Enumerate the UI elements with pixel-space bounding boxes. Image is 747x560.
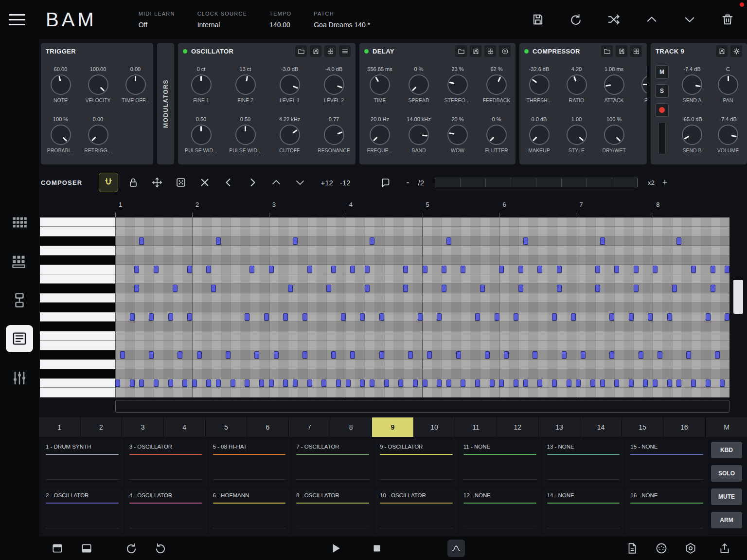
knob-send-a[interactable]: -7.4 dB SEND A [674, 66, 710, 103]
midi-note[interactable] [274, 351, 279, 359]
midi-note[interactable] [499, 266, 504, 273]
track-tab-6[interactable]: 6 [247, 417, 289, 437]
length-minus-button[interactable]: - [407, 178, 409, 188]
midi-note[interactable] [590, 379, 595, 387]
knob-dial[interactable] [567, 74, 587, 95]
midi-note[interactable] [350, 351, 355, 359]
midi-note[interactable] [676, 379, 681, 387]
grid-view-icon[interactable] [324, 45, 336, 57]
midi-note[interactable] [269, 266, 274, 273]
audio-file-icon[interactable] [626, 542, 639, 555]
midi-note[interactable] [653, 266, 658, 273]
midi-note[interactable] [245, 313, 249, 321]
midi-note[interactable] [187, 313, 192, 321]
midi-note[interactable] [154, 266, 159, 273]
export-icon[interactable] [718, 542, 731, 555]
knob-dial[interactable] [529, 125, 550, 145]
midi-note[interactable] [134, 285, 139, 292]
midi-note[interactable] [384, 379, 389, 387]
midi-note[interactable] [614, 266, 619, 273]
velocity-strip[interactable] [115, 400, 729, 413]
knob-dial[interactable] [718, 125, 738, 145]
midi-note[interactable] [245, 379, 249, 387]
midi-note[interactable] [173, 285, 178, 292]
midi-note[interactable] [639, 351, 643, 359]
midi-note[interactable] [269, 379, 274, 387]
knob-flutter[interactable]: 0 % FLUTTER [477, 116, 516, 153]
midi-note[interactable] [360, 313, 365, 321]
bar-ruler[interactable]: 12345678 [115, 197, 729, 217]
knob-dial[interactable] [280, 74, 300, 95]
length-half-button[interactable]: /2 [418, 179, 425, 187]
midi-note[interactable] [514, 379, 518, 387]
knob-time[interactable]: 556.85 ms TIME [360, 66, 399, 103]
nudge-left-button[interactable] [221, 175, 236, 190]
midi-note[interactable] [259, 379, 264, 387]
status-dot[interactable] [183, 49, 187, 54]
midi-note[interactable] [725, 266, 729, 273]
knob-dial[interactable] [324, 74, 344, 95]
midi-note[interactable] [326, 285, 331, 292]
midi-learn-field[interactable]: MIDI LEARN Off [139, 11, 175, 29]
track-card-7-oscillator[interactable]: 7 - OSCILLATOR [291, 439, 374, 487]
knob-dial[interactable] [409, 74, 429, 95]
midi-note[interactable] [485, 351, 490, 359]
midi-note[interactable] [120, 351, 125, 359]
arm-record-button[interactable] [655, 103, 669, 117]
piano-key[interactable] [40, 312, 115, 322]
knob-time-off[interactable]: 0.00 TIME OFF... [117, 66, 153, 103]
midi-note[interactable] [437, 313, 442, 321]
knob-dial[interactable] [51, 125, 71, 145]
transpose-up-button[interactable]: +12 [320, 179, 333, 187]
midi-note[interactable] [537, 379, 542, 387]
collapse-down-icon[interactable] [683, 13, 696, 26]
knob-velocity[interactable]: 100.00 VELOCITY [79, 66, 117, 103]
knob-dial[interactable] [447, 125, 468, 145]
midi-note[interactable] [557, 285, 562, 292]
midi-note[interactable] [149, 313, 154, 321]
grid-row[interactable] [115, 303, 729, 312]
midi-note[interactable] [609, 313, 614, 321]
piano-key[interactable] [40, 284, 115, 293]
track-tab-2[interactable]: 2 [81, 417, 123, 437]
sidebar-item-pads[interactable] [11, 214, 28, 231]
remove-device-icon[interactable] [499, 45, 511, 57]
midi-note[interactable] [321, 379, 326, 387]
undo-button[interactable] [569, 13, 583, 26]
midi-note[interactable] [480, 285, 485, 292]
midi-note[interactable] [653, 379, 658, 387]
midi-note[interactable] [461, 379, 465, 387]
midi-note[interactable] [370, 237, 374, 245]
piano-key[interactable] [40, 341, 115, 350]
midi-note[interactable] [456, 351, 461, 359]
knob-dial[interactable] [88, 74, 108, 95]
nudge-right-button[interactable] [245, 175, 260, 190]
midi-note[interactable] [211, 285, 216, 292]
track-card-12-none[interactable]: 12 - NONE [459, 488, 541, 535]
knob-style[interactable]: 1.00 STYLE [558, 116, 595, 153]
midi-note[interactable] [629, 313, 634, 321]
midi-note[interactable] [595, 285, 600, 292]
piano-key[interactable] [40, 265, 115, 274]
midi-note[interactable] [249, 266, 254, 273]
transpose-down-button[interactable]: -12 [340, 179, 351, 187]
save-icon[interactable] [716, 45, 728, 57]
midi-note[interactable] [130, 379, 135, 387]
save-icon[interactable] [616, 45, 627, 57]
track-card-4-oscillator[interactable]: 4 - OSCILLATOR [124, 488, 207, 535]
midi-note[interactable] [293, 379, 298, 387]
knob-volume[interactable]: -7.4 dB VOLUME [710, 116, 746, 153]
midi-note[interactable] [154, 379, 159, 387]
grid-row[interactable] [115, 322, 729, 331]
knob-dial[interactable] [51, 74, 71, 95]
piano-key[interactable] [40, 331, 115, 341]
grid-row[interactable] [115, 350, 729, 360]
snap-magnet-button[interactable] [99, 173, 118, 192]
midi-note[interactable] [581, 351, 586, 359]
menu-button[interactable] [9, 14, 25, 25]
midi-note[interactable] [206, 266, 211, 273]
midi-note[interactable] [413, 379, 418, 387]
midi-note[interactable] [691, 266, 696, 273]
track-tab-14[interactable]: 14 [580, 417, 622, 437]
track-tab-16[interactable]: 16 [663, 417, 705, 437]
